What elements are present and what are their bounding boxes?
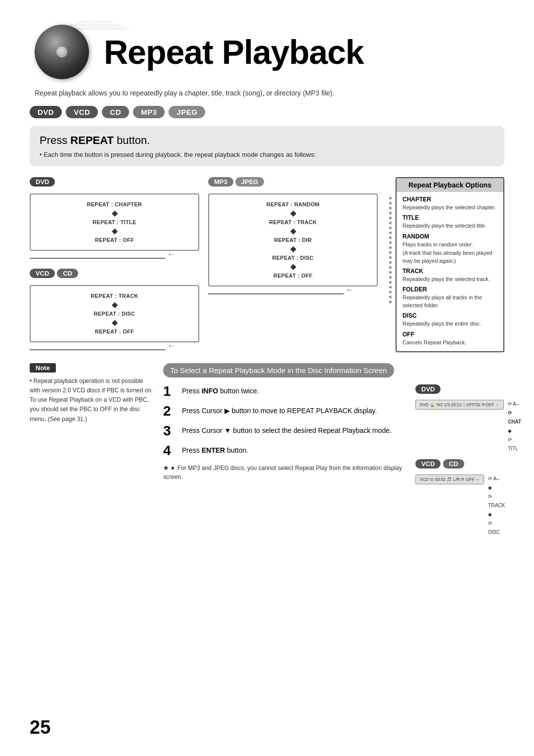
select-title: To Select a Repeat Playback Mode in the … (163, 363, 394, 378)
vcd-screen-box: VCD ⊙ 03:52 🎵 L/R ⟳ OFF ← (415, 474, 484, 484)
step-2-text: Press Cursor ▶ button to move to REPEAT … (182, 404, 377, 416)
dvd-flowchart: DVD REPEAT : CHAPTER ◆ REPEAT : TITLE ◆ … (30, 177, 199, 259)
dvd-arrow-2: ◆ (37, 227, 192, 235)
dot-14 (389, 261, 392, 264)
bottom-area: Note • Repeat playback operation is not … (30, 363, 504, 537)
dot-8 (389, 232, 392, 234)
dvd-arrow-1: ◆ (37, 209, 192, 217)
option-chapter-text: Repeatedly plays the selected chapter. (402, 204, 497, 211)
dot-5 (389, 217, 392, 219)
step-1: 1 Press INFO button twice. (163, 384, 405, 398)
dot-10 (389, 241, 392, 244)
dot-19 (389, 286, 392, 288)
vcd-screen-badge: VCD (415, 459, 441, 469)
dvd-flow-1: REPEAT : CHAPTER (37, 201, 192, 207)
dvd-screen-items: ⟳ A– ⟳ CHAT ◆ ⟳ TITL (508, 400, 521, 453)
option-folder-text: Repeatedly plays all tracks in the selec… (402, 294, 497, 309)
dot-3 (389, 207, 392, 209)
dot-9 (389, 236, 392, 239)
vcd-cd-flow-box: REPEAT : TRACK ◆ REPEAT : DISC ◆ REPEAT … (30, 285, 199, 342)
dvd-screen-item-1: ⟳ A– (508, 400, 521, 409)
mp3-flow-1: REPEAT : RANDOM (215, 201, 371, 207)
mp3-flow-4: REPEAT : DISC (215, 255, 371, 261)
dvd-flow-3: REPEAT : OFF (37, 237, 192, 243)
star-symbol: ★ (163, 465, 169, 472)
step-4: 4 Press ENTER button. (163, 444, 405, 458)
vcd-screen-item-3: ⟳ DISC (488, 519, 505, 537)
left-flowcharts: DVD REPEAT : CHAPTER ◆ REPEAT : TITLE ◆ … (30, 177, 199, 350)
options-area: Repeat Playback Options CHAPTER Repeated… (387, 177, 504, 352)
step-2: 2 Press Cursor ▶ button to move to REPEA… (163, 404, 405, 418)
dot-6 (389, 222, 392, 224)
jpeg-badge-small: JPEG (235, 177, 265, 187)
step-1-num: 1 (163, 384, 177, 398)
footnote: ★ ★ For MP3 and JPEG discs, you cannot s… (163, 464, 405, 481)
mp3-jpeg-flowchart: MP3 JPEG REPEAT : RANDOM ◆ REPEAT : TRAC… (208, 177, 378, 294)
header-area: 0100101010101010010101010101011010101010… (30, 20, 504, 84)
vcd-screen-diamond1: ◆ (488, 483, 505, 492)
dot-17 (389, 276, 392, 279)
main-content: DVD REPEAT : CHAPTER ◆ REPEAT : TITLE ◆ … (30, 177, 504, 352)
dot-2 (389, 202, 392, 204)
vcd-screen-item-2: ⟳ TRACK (488, 492, 505, 510)
cd-badge-small: CD (57, 269, 78, 278)
vcd-cd-screen-area: VCD CD VCD ⊙ 03:52 🎵 L/R ⟳ OFF ← ⟳ A– ◆ … (415, 459, 504, 537)
vcd-arrow-1: ◆ (37, 301, 192, 309)
vcd-screen-items: ⟳ A– ◆ ⟳ TRACK ◆ ⟳ DISC (488, 474, 505, 537)
dot-13 (389, 256, 392, 259)
step-4-text: Press ENTER button. (182, 444, 248, 456)
option-random-text: Plays tracks in random order. (402, 241, 497, 248)
vcd-badge-small: VCD (30, 269, 55, 278)
select-section: To Select a Repeat Playback Mode in the … (163, 363, 504, 537)
dvd-screen-badge: DVD (415, 384, 441, 394)
step-4-num: 4 (163, 444, 177, 458)
dot-21 (389, 296, 392, 298)
badge-jpeg: JPEG (169, 106, 205, 118)
vcd-arrow-2: ◆ (37, 319, 192, 327)
option-off-text: Cancels Repeat Playback. (402, 339, 497, 346)
options-column: Repeat Playback Options CHAPTER Repeated… (396, 177, 504, 352)
option-off-heading: OFF (402, 331, 497, 338)
mp3-flow-3: REPEAT : DIR (215, 237, 371, 243)
dvd-screen-item-2: ⟳ CHAT (508, 409, 521, 426)
dot-18 (389, 281, 392, 284)
vcd-flow-2: REPEAT : DISC (37, 311, 192, 317)
steps-screens: 1 Press INFO button twice. 2 Press Curso… (163, 384, 504, 537)
mp3-arrow-3: ◆ (215, 245, 371, 253)
vcd-cd-flowchart: VCD CD REPEAT : TRACK ◆ REPEAT : DISC ◆ … (30, 269, 199, 350)
mp3-badge-small: MP3 (208, 177, 233, 187)
mp3-flow-5: REPEAT : OFF (215, 273, 371, 279)
option-title-heading: TITLE (402, 214, 497, 221)
dot-16 (389, 271, 392, 274)
dot-15 (389, 266, 392, 269)
footnote-text: ★ For MP3 and JPEG discs, you cannot sel… (163, 465, 402, 480)
dvd-flow-2: REPEAT : TITLE (37, 219, 192, 225)
option-disc-text: Repeatedly plays the entire disc. (402, 320, 497, 328)
dot-4 (389, 212, 392, 214)
note-text: • Repeat playback operation is not possi… (30, 377, 153, 424)
option-folder-heading: FOLDER (402, 286, 497, 293)
dvd-screen-area: DVD DVD 🔒 NO 1/3 03:11 □ OFF/32 ⟳OFF ← ⟳… (415, 384, 504, 453)
dots-column (387, 177, 396, 303)
vcd-flow-3: REPEAT : OFF (37, 329, 192, 334)
option-track-text: Repeatedly plays the selected track. (402, 276, 497, 283)
options-box: Repeat Playback Options CHAPTER Repeated… (396, 177, 504, 352)
mp3-arrow-1: ◆ (215, 209, 371, 217)
mp3-arrow-4: ◆ (215, 263, 371, 271)
dvd-screen-item-3: ⟳ TITL (508, 435, 521, 453)
mp3-flow-2: REPEAT : TRACK (215, 219, 371, 225)
dvd-flow-box: REPEAT : CHAPTER ◆ REPEAT : TITLE ◆ REPE… (30, 193, 199, 251)
option-chapter-heading: CHAPTER (402, 196, 497, 203)
dvd-screen-box: DVD 🔒 NO 1/3 03:11 □ OFF/32 ⟳OFF ← (415, 400, 504, 410)
page-number: 25 (30, 717, 50, 738)
option-disc-heading: DISC (402, 312, 497, 319)
press-repeat-note: • Each time the button is pressed during… (40, 151, 494, 158)
step-1-text: Press INFO button twice. (182, 384, 259, 396)
dot-20 (389, 291, 392, 293)
note-box: Note • Repeat playback operation is not … (30, 363, 153, 537)
note-label: Note (30, 363, 56, 373)
option-random-note: (A track that has already been played ma… (402, 249, 497, 265)
step-3-num: 3 (163, 424, 177, 438)
dot-12 (389, 251, 392, 254)
mp3-flow-box: REPEAT : RANDOM ◆ REPEAT : TRACK ◆ REPEA… (208, 193, 378, 286)
